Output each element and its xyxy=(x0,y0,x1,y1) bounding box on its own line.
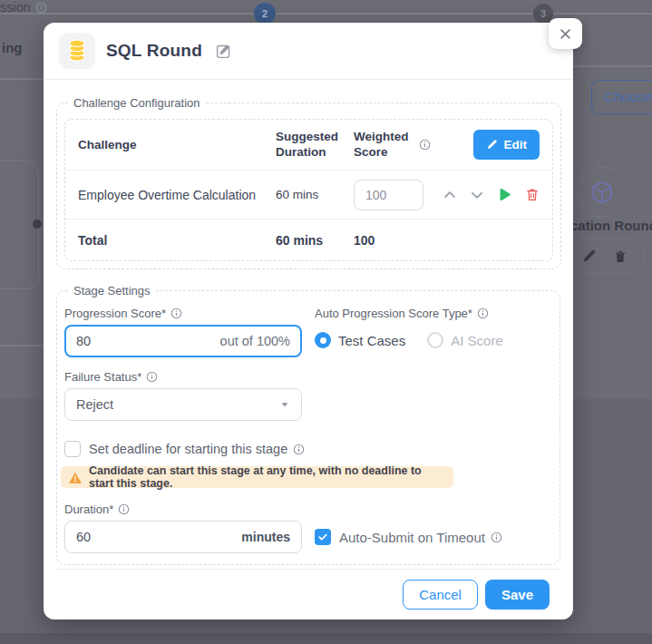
auto-progression-label: Auto Progression Score Type* xyxy=(315,307,552,320)
stage-settings-legend: Stage Settings xyxy=(68,284,156,298)
info-icon[interactable] xyxy=(146,371,158,383)
weighted-score-input[interactable] xyxy=(354,180,423,210)
column-challenge: Challenge xyxy=(78,138,276,151)
screen: 2 3 ing ssion Choose cation Round xyxy=(0,0,652,644)
failure-status-label: Failure Status* xyxy=(64,370,552,384)
backdrop-divider xyxy=(0,345,44,346)
backdrop-stage-actions xyxy=(563,238,645,274)
modal-header: SQL Round xyxy=(44,23,573,80)
info-icon xyxy=(35,2,47,14)
backdrop-divider xyxy=(0,78,44,80)
challenge-table-header: Challenge Suggested Duration Weighted Sc… xyxy=(65,120,552,171)
stage-settings-section: Stage Settings Progression Score* out of… xyxy=(56,284,560,565)
stepper-line xyxy=(0,13,652,15)
radio-ai-score-label: AI Score xyxy=(451,333,503,348)
progression-score-input[interactable] xyxy=(76,334,220,348)
info-icon[interactable] xyxy=(491,532,502,543)
database-icon xyxy=(66,39,88,63)
duration-input[interactable] xyxy=(76,530,241,544)
auto-submit-checkbox[interactable] xyxy=(315,529,331,545)
total-label: Total xyxy=(78,233,276,248)
stage-type-badge xyxy=(577,167,628,218)
trash-icon xyxy=(613,249,628,264)
database-badge xyxy=(59,33,95,69)
backdrop-round-label: cation Round xyxy=(570,218,652,233)
total-score: 100 xyxy=(354,233,433,248)
backdrop-bottom-band xyxy=(0,633,652,644)
pencil-icon xyxy=(581,249,597,264)
sql-round-modal: SQL Round Challenge Configuration Challe… xyxy=(44,23,573,620)
save-button[interactable]: Save xyxy=(485,580,550,610)
close-icon xyxy=(559,27,572,41)
modal-footer: Cancel Save xyxy=(56,569,560,620)
info-icon[interactable] xyxy=(170,307,182,319)
backdrop-text-fragment-top: ing xyxy=(2,40,23,55)
challenge-row: Employee Overtime Calculation 60 mins xyxy=(65,171,552,220)
duration-label: Duration* xyxy=(64,503,552,516)
failure-status-value: Reject xyxy=(76,397,279,412)
edit-challenges-button[interactable]: Edit xyxy=(473,130,540,160)
delete-challenge-button[interactable] xyxy=(525,187,540,202)
challenge-configuration-legend: Challenge Configuration xyxy=(68,96,205,110)
challenge-configuration-section: Challenge Configuration Challenge Sugges… xyxy=(56,96,561,269)
deadline-checkbox[interactable] xyxy=(64,441,81,457)
choose-button: Choose xyxy=(591,80,652,114)
radio-ai-score[interactable] xyxy=(427,332,443,348)
deadline-warning-banner: Candidate can start this stage at any ti… xyxy=(61,466,453,488)
progression-score-field: out of 100% xyxy=(64,325,302,357)
failure-status-select[interactable]: Reject xyxy=(64,388,302,421)
cancel-button[interactable]: Cancel xyxy=(403,580,478,610)
stepper-step-2-number: 2 xyxy=(262,8,268,19)
progression-score-label: Progression Score* xyxy=(64,307,302,320)
auto-submit-label: Auto-Submit on Timeout xyxy=(339,530,502,545)
duration-suffix: minutes xyxy=(241,530,290,544)
edit-title-icon[interactable] xyxy=(215,43,232,60)
pencil-icon xyxy=(486,139,498,151)
progression-score-suffix: out of 100% xyxy=(220,334,290,348)
preview-challenge-button[interactable] xyxy=(497,187,512,202)
backdrop-connector-dot xyxy=(33,220,42,229)
info-icon[interactable] xyxy=(419,139,431,151)
challenge-name: Employee Overtime Calculation xyxy=(78,188,276,202)
total-duration: 60 mins xyxy=(276,233,354,248)
info-icon[interactable] xyxy=(293,444,305,455)
duration-field: minutes xyxy=(64,521,302,553)
warning-icon xyxy=(69,472,82,483)
modal-title: SQL Round xyxy=(106,41,202,61)
challenge-total-row: Total 60 mins 100 xyxy=(65,220,552,260)
deadline-checkbox-label: Set deadline for starting this stage xyxy=(89,442,305,456)
column-weighted-score: Weighted Score xyxy=(354,130,433,161)
info-icon[interactable] xyxy=(477,307,489,319)
warning-text: Candidate can start this stage at any ti… xyxy=(89,464,445,490)
modal-body: Challenge Configuration Challenge Sugges… xyxy=(44,80,573,620)
stepper-step-2: 2 xyxy=(254,3,276,24)
column-suggested-duration: Suggested Duration xyxy=(276,130,354,161)
info-icon[interactable] xyxy=(118,503,130,515)
move-up-button[interactable] xyxy=(443,188,457,202)
move-down-button[interactable] xyxy=(470,188,484,202)
chevron-down-icon xyxy=(279,399,290,410)
radio-test-cases-label: Test Cases xyxy=(338,333,405,348)
cube-icon xyxy=(588,178,617,207)
radio-test-cases[interactable] xyxy=(315,332,331,348)
challenge-table: Challenge Suggested Duration Weighted Sc… xyxy=(64,119,553,261)
close-modal-button[interactable] xyxy=(549,18,582,49)
stepper-step-3-number: 3 xyxy=(540,8,546,19)
backdrop-divider xyxy=(573,65,652,67)
challenge-duration: 60 mins xyxy=(276,188,354,201)
